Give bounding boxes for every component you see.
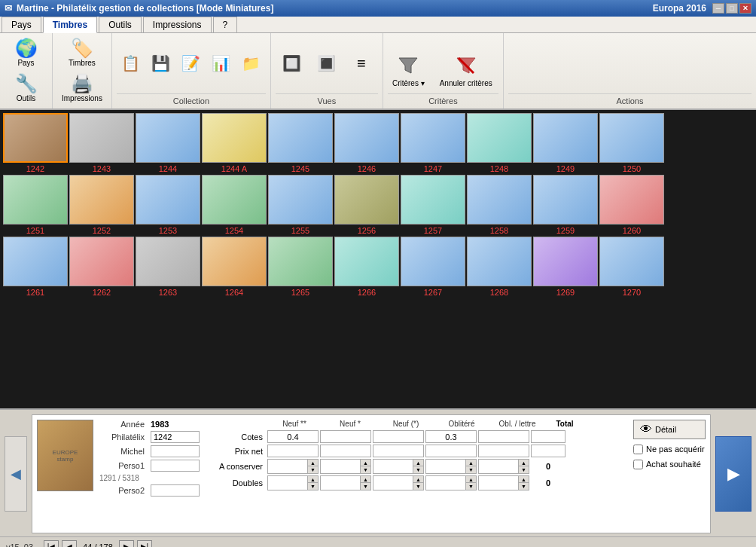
- stamp-1263[interactable]: 1263: [136, 237, 200, 297]
- doubles-oblitere-input[interactable]: [426, 477, 465, 490]
- stamp-1247[interactable]: 1247: [401, 113, 465, 173]
- collection-btn4[interactable]: 📊: [207, 51, 236, 75]
- prixnet-total[interactable]: [531, 445, 565, 457]
- stamp-1252[interactable]: 1252: [69, 175, 134, 235]
- doubles-obll-input[interactable]: [479, 477, 518, 490]
- stamp-1251[interactable]: 1251: [3, 175, 68, 235]
- nav-next-button[interactable]: ▶: [119, 540, 134, 548]
- doubles-neuf0-down[interactable]: ▼: [413, 483, 423, 490]
- aconserver-neuf0-down[interactable]: ▼: [413, 466, 423, 473]
- prixnet-neuf0[interactable]: [373, 445, 424, 457]
- stamp-1254[interactable]: 1254: [202, 175, 267, 235]
- stamp-1265[interactable]: 1265: [268, 237, 333, 297]
- aconserver-oblitere-down[interactable]: ▼: [466, 466, 476, 473]
- doubles-neuf2-down[interactable]: ▼: [308, 483, 318, 490]
- doubles-oblitere-down[interactable]: ▼: [466, 483, 476, 490]
- doubles-neuf1-down[interactable]: ▼: [361, 483, 370, 490]
- stamp-1253[interactable]: 1253: [136, 175, 200, 235]
- collection-btn2[interactable]: 💾: [147, 51, 175, 75]
- menu-help[interactable]: ?: [213, 17, 238, 32]
- aconserver-oblitere-input[interactable]: [426, 460, 465, 473]
- aconserver-obll-input[interactable]: [479, 460, 518, 473]
- collection-btn1[interactable]: 📋: [117, 51, 145, 75]
- stamp-1248[interactable]: 1248: [467, 113, 532, 173]
- aconserver-oblitere-up[interactable]: ▲: [466, 460, 476, 466]
- stamp-1250[interactable]: 1250: [599, 113, 664, 173]
- stamp-1259[interactable]: 1259: [533, 175, 598, 235]
- stamp-1270[interactable]: 1270: [599, 237, 664, 297]
- aconserver-neuf2-up[interactable]: ▲: [308, 460, 318, 466]
- nav-last-button[interactable]: ▶|: [137, 540, 152, 548]
- maximize-button[interactable]: □: [726, 3, 738, 14]
- aconserver-obll-up[interactable]: ▲: [519, 460, 529, 466]
- stamp-1260[interactable]: 1260: [599, 175, 664, 235]
- philatelix-input[interactable]: [151, 431, 200, 443]
- nav-prev-button[interactable]: ◀: [62, 540, 77, 548]
- cotes-obl-lettre[interactable]: [478, 430, 529, 443]
- doubles-neuf1-up[interactable]: ▲: [361, 476, 370, 483]
- stamp-1266[interactable]: 1266: [334, 237, 399, 297]
- next-stamp-button[interactable]: ▶: [715, 436, 751, 512]
- stamp-1249[interactable]: 1249: [533, 113, 598, 173]
- vues-btn1[interactable]: 🔲: [276, 51, 309, 75]
- doubles-obll-down[interactable]: ▼: [519, 483, 529, 490]
- aconserver-neuf1-input[interactable]: [321, 460, 360, 473]
- cotes-oblitere[interactable]: [425, 430, 477, 443]
- aconserver-neuf2-down[interactable]: ▼: [308, 466, 318, 473]
- stamp-1261[interactable]: 1261: [3, 237, 68, 297]
- doubles-obll-up[interactable]: ▲: [519, 476, 529, 483]
- stamp-1244a[interactable]: 1244 A: [202, 113, 267, 173]
- stamp-1255[interactable]: 1255: [268, 175, 333, 235]
- outils-button[interactable]: 🔧 Outils: [10, 72, 43, 105]
- menu-timbres[interactable]: Timbres: [43, 17, 97, 33]
- stamp-1268[interactable]: 1268: [467, 237, 532, 297]
- aconserver-neuf0-input[interactable]: [373, 460, 413, 473]
- aconserver-obll-down[interactable]: ▼: [519, 466, 529, 473]
- cotes-neuf0[interactable]: [373, 430, 424, 443]
- prixnet-neuf2[interactable]: [267, 445, 319, 457]
- impressions-button[interactable]: 🖨️ Impressions: [57, 72, 107, 105]
- criteres-button[interactable]: Critères ▾: [388, 50, 429, 90]
- cotes-total[interactable]: [531, 430, 565, 443]
- stamp-1242[interactable]: 1242: [3, 113, 68, 173]
- timbres-button[interactable]: 🏷️ Timbres: [64, 36, 100, 70]
- collection-btn5[interactable]: 📁: [237, 51, 266, 75]
- ne-pas-checkbox[interactable]: [633, 445, 643, 454]
- aconserver-neuf2-input[interactable]: [268, 460, 307, 473]
- aconserver-neuf1-up[interactable]: ▲: [361, 460, 370, 466]
- aconserver-neuf0-up[interactable]: ▲: [413, 460, 423, 466]
- doubles-neuf2-up[interactable]: ▲: [308, 476, 318, 483]
- doubles-neuf1-input[interactable]: [321, 477, 360, 490]
- pays-button[interactable]: 🌍 Pays: [10, 36, 43, 70]
- minimize-button[interactable]: ─: [712, 3, 724, 14]
- close-button[interactable]: ✕: [739, 3, 751, 14]
- menu-impressions[interactable]: Impressions: [143, 17, 212, 32]
- vues-btn2[interactable]: 🔳: [310, 51, 343, 75]
- stamp-1258[interactable]: 1258: [467, 175, 532, 235]
- doubles-neuf2-input[interactable]: [268, 477, 307, 490]
- doubles-neuf0-up[interactable]: ▲: [413, 476, 423, 483]
- cotes-neuf2[interactable]: [267, 430, 319, 443]
- doubles-neuf0-input[interactable]: [373, 477, 413, 490]
- stamp-1257[interactable]: 1257: [401, 175, 465, 235]
- michel-input[interactable]: [151, 445, 200, 457]
- stamp-1267[interactable]: 1267: [401, 237, 465, 297]
- vues-btn3[interactable]: ≡: [345, 52, 378, 75]
- cotes-neuf1[interactable]: [320, 430, 371, 443]
- stamp-1245[interactable]: 1245: [268, 113, 333, 173]
- stamp-1269[interactable]: 1269: [533, 237, 598, 297]
- prixnet-obl-lettre[interactable]: [478, 445, 529, 457]
- prev-stamp-button[interactable]: ◀: [5, 436, 27, 512]
- menu-pays[interactable]: Pays: [2, 17, 41, 32]
- doubles-oblitere-up[interactable]: ▲: [466, 476, 476, 483]
- stamp-1244[interactable]: 1244: [136, 113, 200, 173]
- prixnet-neuf1[interactable]: [320, 445, 371, 457]
- perso2-input[interactable]: [151, 484, 200, 497]
- detail-button[interactable]: 👁 Détail: [633, 420, 706, 439]
- stamp-1246[interactable]: 1246: [334, 113, 399, 173]
- prixnet-oblitere[interactable]: [425, 445, 477, 457]
- aconserver-neuf1-down[interactable]: ▼: [361, 466, 370, 473]
- stamp-1262[interactable]: 1262: [69, 237, 134, 297]
- nav-first-button[interactable]: |◀: [44, 540, 59, 548]
- collection-btn3[interactable]: 📝: [177, 51, 206, 75]
